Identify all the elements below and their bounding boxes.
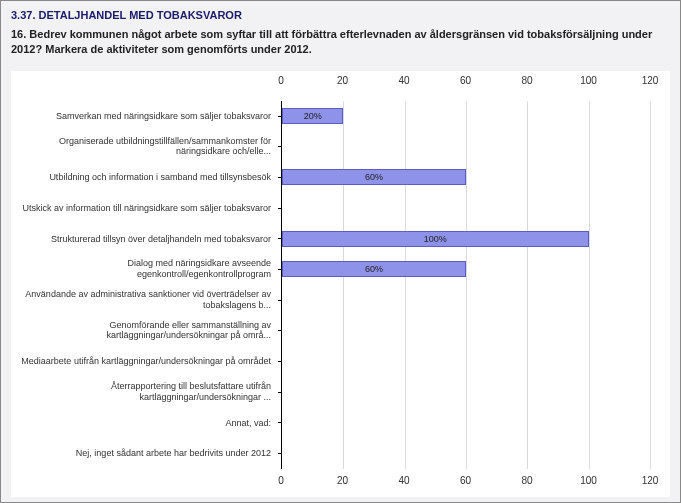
category-label: Mediaarbete utifrån kartläggningar/under… — [13, 356, 273, 367]
bar: 60% — [282, 261, 466, 277]
bar: 100% — [282, 231, 589, 247]
bar: 60% — [282, 169, 466, 185]
tick-label: 120 — [642, 75, 659, 86]
tick-label: 80 — [521, 475, 532, 486]
bar-row: 100% — [282, 231, 650, 247]
category-label: Nej, inget sådant arbete har bedrivits u… — [13, 448, 273, 459]
tick-label: 20 — [337, 75, 348, 86]
gridline — [650, 101, 651, 469]
tick-label: 20 — [337, 475, 348, 486]
category-label: Samverkan med näringsidkare som säljer t… — [13, 111, 273, 122]
category-label: Annat, vad: — [13, 417, 273, 428]
section-title: 3.37. DETALJHANDEL MED TOBAKSVAROR — [11, 9, 670, 21]
bar: 20% — [282, 108, 343, 124]
header: 3.37. DETALJHANDEL MED TOBAKSVAROR 16. B… — [1, 1, 680, 63]
bar-row — [282, 384, 650, 400]
bar-value-label: 20% — [283, 109, 342, 123]
bar-row: 60% — [282, 169, 650, 185]
bar-row — [282, 323, 650, 339]
category-label: Utbildning och information i samband med… — [13, 172, 273, 183]
bar-row — [282, 292, 650, 308]
gridline — [466, 101, 467, 469]
bar-row — [282, 200, 650, 216]
plot-area: 20%60%100%60% — [281, 101, 650, 469]
bar-row: 20% — [282, 108, 650, 124]
gridline — [405, 101, 406, 469]
gridline — [527, 101, 528, 469]
tick-label: 0 — [278, 475, 284, 486]
category-label: Återrapportering till beslutsfattare uti… — [13, 381, 273, 403]
tick-label: 40 — [398, 75, 409, 86]
tick-label: 120 — [642, 475, 659, 486]
tick-label: 60 — [460, 75, 471, 86]
category-label: Utskick av information till näringsidkar… — [13, 203, 273, 214]
tick-label: 60 — [460, 475, 471, 486]
bar-value-label: 60% — [283, 262, 465, 276]
category-label: Genomförande eller sammanställning av ka… — [13, 320, 273, 342]
bar-value-label: 100% — [283, 232, 588, 246]
axis-bottom: 020406080100120 — [281, 475, 650, 493]
question-text: 16. Bedrev kommunen något arbete som syf… — [11, 27, 670, 57]
tick-label: 0 — [278, 75, 284, 86]
tick-label: 40 — [398, 475, 409, 486]
tick-label: 100 — [580, 475, 597, 486]
category-labels: Samverkan med näringsidkare som säljer t… — [11, 101, 273, 469]
category-label: Organiserade utbildningstillfällen/samma… — [13, 136, 273, 158]
bar-row: 60% — [282, 261, 650, 277]
bar-row — [282, 445, 650, 461]
tick-label: 100 — [580, 75, 597, 86]
bar-row — [282, 353, 650, 369]
category-label: Dialog med näringsidkare avseende egenko… — [13, 259, 273, 281]
category-label: Användande av administrativa sanktioner … — [13, 289, 273, 311]
chart: 020406080100120 Samverkan med näringsidk… — [11, 71, 670, 497]
category-label: Strukturerad tillsyn över detaljhandeln … — [13, 233, 273, 244]
tick-label: 80 — [521, 75, 532, 86]
bar-row — [282, 415, 650, 431]
gridline — [343, 101, 344, 469]
axis-top: 020406080100120 — [281, 75, 650, 93]
gridline — [589, 101, 590, 469]
bar-value-label: 60% — [283, 170, 465, 184]
bar-row — [282, 139, 650, 155]
